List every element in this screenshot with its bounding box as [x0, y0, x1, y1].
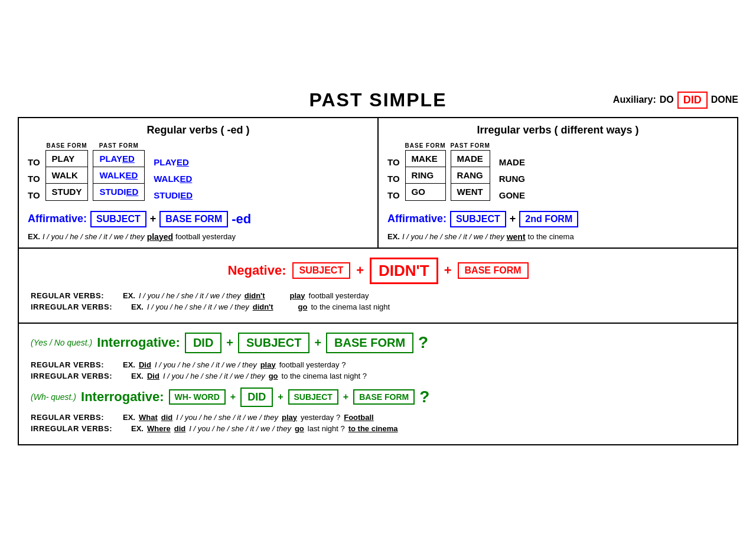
to-word-irr-3: TO — [387, 187, 402, 204]
ex-rest-irregular: to the cinema — [528, 232, 574, 241]
neg-irregular-row: IRREGULAR VERBS: EX. I / you / he / she … — [31, 302, 725, 311]
extra-rung: RUNG — [499, 171, 525, 187]
inter-wh-reg-label: REGULAR VERBS: — [31, 413, 104, 422]
to-word-3: TO — [28, 187, 43, 204]
aff-label-regular: Affirmative: — [28, 213, 87, 225]
base-form-label-reg: BASE FORM — [45, 142, 89, 149]
base-form-box-yes: BASE FORM — [326, 333, 413, 353]
ex-verb-irregular: went — [507, 232, 526, 242]
neg-regular-row: REGULAR VERBS: EX. I / you / he / she / … — [31, 291, 725, 300]
to-word-2: TO — [28, 171, 43, 187]
regular-verbs-column: Regular verbs ( -ed ) TO TO TO BASE FORM… — [19, 118, 379, 248]
example-row-regular: EX. I / you / he / she / it / we / they … — [28, 232, 369, 242]
inter-wh-irr-verb: go — [295, 424, 304, 433]
regular-verb-table: TO TO TO BASE FORM PLAY WALK STUDY — [28, 142, 369, 204]
plus-neg-1: + — [356, 263, 364, 278]
past-form-label-reg: PAST FORM — [93, 142, 145, 149]
neg-ex-label-2: EX. — [131, 302, 144, 311]
inter-wh-irregular-row: IRREGULAR VERBS: EX. Where did I / you /… — [31, 424, 725, 433]
inter-yes-irregular-row: IRREGULAR VERBS: EX. Did I / you / he / … — [31, 372, 725, 380]
extra-gone: GONE — [499, 187, 525, 204]
inter-wh-title-row: (Wh- quest.) Interrogative: WH- WORD + D… — [31, 388, 725, 407]
past-form-group-regular: PAST FORM PLAYED WALKED STUDIED — [93, 142, 145, 201]
neg-reg-verb: play — [290, 291, 305, 300]
base-form-label-irr: BASE FORM — [405, 142, 446, 149]
inter-wh-regular-row: REGULAR VERBS: EX. What did I / you / he… — [31, 413, 725, 422]
extra-past-regular: PLAYED WALKED STUDIED — [154, 142, 193, 204]
inter-yes-irr-did: Did — [147, 372, 159, 380]
subject-box-wh: SUBJECT — [288, 389, 338, 405]
affirmative-row-irregular: Affirmative: SUBJECT + 2nd FORM — [387, 211, 728, 227]
past-cell-played: PLAYED — [93, 151, 144, 167]
to-word-1: TO — [28, 154, 43, 171]
aff-label-irregular: Affirmative: — [387, 213, 447, 225]
extra-played: PLAYED — [154, 154, 193, 171]
inter-wh-ex-1: EX. — [123, 413, 135, 422]
inter-yes-ex-1: EX. — [123, 360, 135, 369]
base-cell-ring: RING — [406, 167, 445, 184]
inter-wh-irr-subjects: I / you / he / she / it / we / they — [189, 424, 291, 433]
inter-yes-ex-2: EX. — [131, 372, 144, 380]
base-cells-regular: PLAY WALK STUDY — [45, 150, 89, 201]
negative-section: Negative: SUBJECT + DIDN'T + BASE FORM R… — [19, 249, 737, 324]
inter-wh-reg-did: did — [161, 413, 173, 422]
question-mark-wh: ? — [419, 388, 429, 406]
aux-done: DONE — [711, 95, 738, 105]
inter-yes-irr-label: IRREGULAR VERBS: — [31, 372, 112, 380]
didnt-box-negative: DIDN'T — [370, 258, 438, 284]
past-cell-studied: STUDIED — [93, 184, 144, 200]
extra-made: MADE — [499, 154, 525, 171]
inter-wh-irr-rest: last night ? — [308, 424, 345, 433]
negative-title-row: Negative: SUBJECT + DIDN'T + BASE FORM — [31, 258, 725, 284]
to-column-irregular: TO TO TO — [387, 142, 402, 204]
inter-wh-label: Interrogative: — [81, 389, 164, 405]
plus-1-irregular: + — [510, 213, 516, 225]
plus-neg-2: + — [444, 263, 452, 278]
to-word-irr-2: TO — [387, 171, 402, 187]
ex-label-irregular: EX. — [387, 232, 400, 241]
inter-yes-reg-verb: play — [260, 360, 276, 369]
auxiliary-section: Auxiliary: DO DID DONE — [613, 92, 738, 109]
ex-rest-regular: football yesterday — [175, 232, 236, 241]
inter-wh-reg-verb: play — [282, 413, 297, 422]
wh-word-box: WH- WORD — [169, 389, 226, 405]
extra-walked: WALKED — [154, 171, 193, 187]
ex-subjects-regular: I / you / he / she / it / we / they — [43, 232, 145, 241]
inter-wh-reg-subjects: I / you / he / she / it / we / they — [176, 413, 278, 422]
irregular-verb-table: TO TO TO BASE FORM MAKE RING GO — [387, 142, 728, 204]
inter-yes-title-row: (Yes / No quest.) Interrogative: DID + S… — [31, 333, 725, 353]
inter-yes-note: (Yes / No quest.) — [31, 338, 92, 347]
main-content-box: Regular verbs ( -ed ) TO TO TO BASE FORM… — [18, 117, 738, 445]
aux-do: DO — [660, 95, 674, 105]
inter-yes-reg-rest: football yesterday ? — [279, 360, 346, 369]
affirmative-row-regular: Affirmative: SUBJECT + BASE FORM -ed — [28, 211, 369, 227]
irregular-header: Irregular verbs ( different ways ) — [387, 124, 728, 136]
subject-box-irregular: SUBJECT — [450, 211, 506, 227]
neg-ex-label-1: EX. — [123, 291, 135, 300]
past-cell-rang: RANG — [451, 167, 490, 184]
inter-yes-label: Interrogative: — [97, 335, 180, 350]
base-form-box-regular: BASE FORM — [159, 211, 228, 227]
base-cell-go: GO — [406, 184, 445, 200]
neg-irregular-label: IRREGULAR VERBS: — [31, 302, 112, 311]
irregular-verbs-column: Irregular verbs ( different ways ) TO TO… — [379, 118, 737, 248]
second-form-box-irregular: 2nd FORM — [519, 211, 578, 227]
inter-yes-irr-verb: go — [269, 372, 278, 380]
base-cell-study: STUDY — [46, 184, 88, 200]
extra-past-irregular: MADE RUNG GONE — [499, 142, 525, 204]
inter-wh-ex-2: EX. — [131, 424, 144, 433]
neg-reg-subjects: I / you / he / she / it / we / they — [139, 291, 241, 300]
plus-wh-1: + — [230, 392, 236, 402]
base-form-group-irregular: BASE FORM MAKE RING GO — [405, 142, 446, 201]
base-cell-walk: WALK — [46, 167, 88, 184]
inter-yes-regular-row: REGULAR VERBS: EX. Did I / you / he / sh… — [31, 360, 725, 369]
negative-examples: REGULAR VERBS: EX. I / you / he / she / … — [31, 291, 725, 311]
past-cell-walked: WALKED — [93, 167, 144, 184]
ex-label-regular: EX. — [28, 232, 40, 241]
ex-verb-regular: played — [147, 232, 173, 242]
regular-header: Regular verbs ( -ed ) — [28, 124, 369, 136]
inter-wh-reg-rest: yesterday ? — [301, 413, 340, 422]
neg-irr-verb: go — [298, 302, 308, 311]
inter-wh-reg-answer: Football — [344, 413, 374, 422]
neg-reg-didnt: didn't — [245, 291, 265, 300]
